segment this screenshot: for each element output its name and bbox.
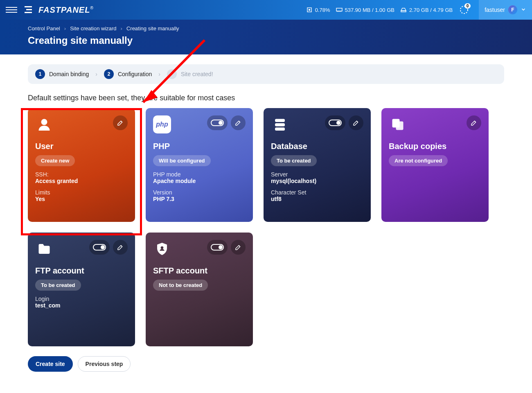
card-sftp-title: SFTP account [153, 266, 246, 276]
svg-point-14 [161, 246, 164, 249]
edit-sftp-button[interactable] [231, 240, 246, 255]
svg-rect-13 [396, 122, 404, 130]
svg-rect-6 [401, 11, 406, 12]
card-database-badge: To be created [271, 155, 317, 166]
card-php-title: PHP [153, 142, 246, 151]
disk-value: 2.70 GB / 4.79 GB [409, 7, 453, 13]
avatar: F [508, 5, 517, 14]
breadcrumb-current: Creating site manually [126, 25, 179, 32]
edit-user-button[interactable] [113, 115, 128, 130]
hamburger-menu-button[interactable] [6, 4, 17, 16]
step3-label: Site created! [181, 71, 213, 77]
card-user-badge: Create new [35, 155, 75, 166]
breadcrumb: Control Panel › Site creation wizard › C… [28, 25, 504, 32]
backup-icon [389, 115, 407, 133]
step-domain-binding[interactable]: 1 Domain binding [35, 69, 89, 79]
card-ftp-badge: To be created [35, 280, 81, 291]
card-database[interactable]: Database To be created Servermysql(local… [264, 108, 371, 222]
logo-text: FASTPANEL [38, 5, 90, 14]
notifications-button[interactable]: 0 [458, 4, 470, 16]
create-site-button[interactable]: Create site [28, 356, 73, 372]
content: 1 Domain binding › 2 Configuration › Sit… [0, 54, 532, 382]
svg-rect-4 [309, 9, 310, 11]
logo[interactable]: FASTPANEL® [25, 5, 94, 15]
card-user-title: User [35, 142, 128, 151]
edit-php-button[interactable] [231, 115, 246, 130]
card-sftp-badge: Not to be created [153, 280, 208, 291]
page-header: Control Panel › Site creation wizard › C… [0, 20, 532, 54]
sftp-toggle[interactable] [207, 240, 228, 255]
php-icon: php [153, 115, 171, 133]
chevron-right-icon: › [95, 71, 97, 77]
footer-actions: Create site Previous step [28, 356, 504, 372]
stat-disk: 2.70 GB / 4.79 GB [400, 7, 453, 13]
ftp-toggle[interactable] [89, 240, 110, 255]
step-site-created: Site created! [167, 69, 213, 79]
chevron-down-icon [521, 7, 526, 14]
page-title: Creating site manually [28, 35, 504, 46]
disk-icon [400, 7, 407, 13]
svg-rect-9 [275, 119, 285, 122]
shield-user-icon [153, 240, 171, 258]
edit-backup-button[interactable] [467, 115, 481, 130]
php-toggle[interactable] [207, 115, 228, 130]
svg-rect-5 [336, 8, 342, 11]
topbar: FASTPANEL® 0.78% 537.90 MB / 1.00 GB 2.7… [0, 0, 532, 20]
svg-rect-11 [275, 128, 285, 131]
card-php[interactable]: php PHP Will be configured PHP modeApach… [146, 108, 253, 222]
svg-point-8 [41, 119, 47, 125]
cpu-icon [306, 7, 313, 13]
card-backup-title: Backup copies [389, 142, 481, 151]
database-icon [271, 115, 289, 133]
subheading: Default settings have been set, they are… [28, 94, 504, 102]
chevron-right-icon: › [158, 71, 160, 77]
svg-rect-1 [26, 9, 32, 10]
breadcrumb-control-panel[interactable]: Control Panel [28, 25, 60, 32]
notif-count: 0 [464, 3, 471, 9]
memory-value: 537.90 MB / 1.00 GB [345, 7, 394, 13]
previous-step-button[interactable]: Previous step [78, 356, 131, 372]
card-database-title: Database [271, 142, 363, 151]
card-ftp[interactable]: FTP account To be created Logintest_com [28, 233, 135, 346]
breadcrumb-wizard[interactable]: Site creation wizard [70, 25, 116, 32]
user-menu[interactable]: fastuser F [479, 0, 532, 20]
card-backup[interactable]: Backup copies Are not configured [381, 108, 489, 222]
step-configuration[interactable]: 2 Configuration [104, 69, 152, 79]
edit-database-button[interactable] [349, 115, 363, 130]
step2-label: Configuration [118, 71, 152, 77]
svg-rect-0 [25, 6, 32, 7]
cpu-value: 0.78% [315, 7, 330, 13]
card-ftp-title: FTP account [35, 266, 128, 276]
edit-ftp-button[interactable] [113, 240, 128, 255]
username: fastuser [485, 7, 505, 13]
card-sftp[interactable]: SFTP account Not to be created [146, 233, 253, 346]
card-grid: User Create new SSH:Access granted Limit… [28, 108, 504, 346]
card-user[interactable]: User Create new SSH:Access granted Limit… [28, 108, 135, 222]
user-icon [35, 115, 53, 133]
folder-icon [35, 240, 53, 258]
svg-rect-2 [25, 12, 32, 13]
stat-cpu: 0.78% [306, 7, 330, 13]
svg-rect-10 [275, 123, 285, 126]
stat-memory: 537.90 MB / 1.00 GB [336, 7, 394, 13]
memory-icon [336, 7, 343, 13]
database-toggle[interactable] [325, 115, 345, 130]
card-php-badge: Will be configured [153, 155, 211, 166]
step1-label: Domain binding [49, 71, 89, 77]
stepper: 1 Domain binding › 2 Configuration › Sit… [28, 64, 504, 84]
card-backup-badge: Are not configured [389, 155, 448, 166]
